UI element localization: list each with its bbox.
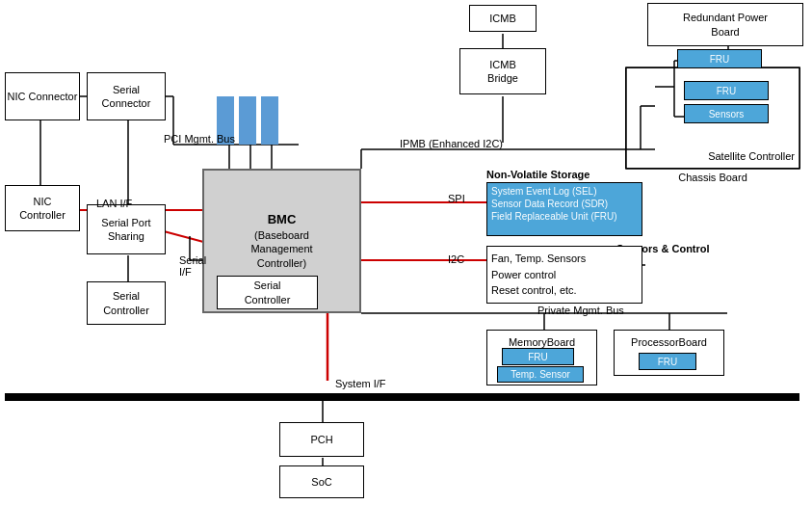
fru-nvs-label: Field Replaceable Unit (FRU)	[491, 210, 638, 223]
fru-memory-label: FRU	[528, 351, 548, 363]
pci-mgmt-label: PCI Mgmt. Bus	[164, 133, 235, 145]
private-mgmt-label: Private Mgmt. Bus	[537, 305, 624, 316]
processor-board-box: ProcessorBoard FRU	[614, 330, 724, 376]
lan-if-label: LAN I/F	[96, 198, 132, 209]
temp-sensor-memory-label: Temp. Sensor	[511, 368, 570, 381]
redundant-power-box: Redundant PowerBoard	[647, 3, 803, 46]
nvs-title: Non-Volatile Storage	[486, 169, 642, 180]
serial-port-sharing-box: Serial PortSharing	[87, 204, 166, 254]
fru-redundant-label: FRU	[710, 53, 730, 66]
icmb-bridge-label: ICMBBridge	[487, 58, 518, 86]
fan-temp-label: Fan, Temp. Sensors	[491, 251, 638, 267]
redundant-power-label: Redundant PowerBoard	[683, 11, 768, 39]
nvs-box: System Event Log (SEL) Sensor Data Recor…	[486, 182, 642, 236]
pci-bar-3	[261, 96, 278, 145]
svg-rect-33	[5, 393, 799, 401]
diagram: NIC Connector SerialConnector NICControl…	[0, 0, 812, 505]
temp-sensor-memory-box: Temp. Sensor	[497, 366, 584, 383]
nic-connector-box: NIC Connector	[5, 72, 80, 120]
power-control-label: Power control	[491, 267, 638, 283]
serial-controller-bmc-label: SerialController	[245, 279, 291, 306]
system-if-label: System I/F	[335, 378, 386, 389]
chassis-board-box: FRU Sensors Satellite Controller	[625, 67, 800, 169]
serial-if-label: SerialI/F	[179, 254, 206, 278]
icmb-label: ICMB	[489, 12, 516, 25]
serial-port-sharing-label: Serial PortSharing	[101, 216, 150, 244]
serial-connector-label: SerialConnector	[102, 83, 151, 111]
serial-controller-bmc-box: SerialController	[217, 276, 318, 309]
sdr-label: Sensor Data Record (SDR)	[491, 198, 638, 210]
satellite-controller-label: Satellite Controller	[708, 149, 795, 163]
i2c-label: I2C	[448, 253, 464, 265]
fru-satellite-label: FRU	[717, 85, 737, 97]
fru-satellite-box: FRU	[684, 81, 769, 100]
soc-label: SoC	[311, 475, 331, 489]
svg-line-4	[164, 231, 207, 243]
nic-connector-label: NIC Connector	[8, 90, 78, 103]
icmb-bridge-box: ICMBBridge	[459, 48, 546, 94]
i2c-items-box: Fan, Temp. Sensors Power control Reset c…	[486, 246, 642, 304]
sel-label: System Event Log (SEL)	[491, 185, 638, 198]
processor-board-label: ProcessorBoard	[615, 335, 723, 349]
serial-controller-left-box: SerialController	[87, 281, 166, 325]
nic-controller-box: NICController	[5, 185, 80, 231]
fru-redundant-box: FRU	[677, 49, 762, 68]
sensors-satellite-box: Sensors	[684, 104, 769, 123]
nvs-section: Non-Volatile Storage System Event Log (S…	[486, 169, 642, 236]
fru-memory-box: FRU	[502, 348, 574, 365]
serial-controller-left-label: SerialController	[103, 289, 149, 317]
reset-control-label: Reset control, etc.	[491, 282, 638, 299]
fru-processor-box: FRU	[639, 353, 696, 370]
pch-box: PCH	[279, 422, 364, 457]
ipmb-label: IPMB (Enhanced I2C)	[400, 138, 503, 149]
spi-label: SPI	[448, 193, 465, 204]
fru-processor-label: FRU	[658, 356, 678, 368]
serial-connector-box: SerialConnector	[87, 72, 166, 120]
i2c-section: Fan, Temp. Sensors Power control Reset c…	[486, 246, 642, 304]
sensors-satellite-label: Sensors	[709, 108, 745, 120]
icmb-box: ICMB	[469, 5, 537, 32]
soc-box: SoC	[279, 465, 364, 498]
bmc-label: BMC	[268, 212, 297, 226]
pch-label: PCH	[310, 433, 332, 446]
nic-controller-label: NICController	[19, 195, 65, 223]
bmc-sublabel: (BaseboardManagementController)	[250, 229, 312, 269]
memory-board-box: MemoryBoard FRU Temp. Sensor	[486, 330, 597, 385]
chassis-board-label: Chassis Board	[625, 172, 800, 183]
pci-bar-2	[239, 96, 256, 145]
